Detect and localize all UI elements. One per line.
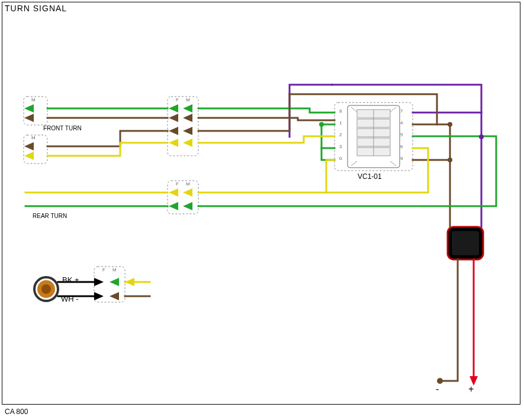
svg-marker-32 — [183, 104, 192, 113]
svg-rect-1 — [24, 135, 47, 163]
svg-marker-40 — [94, 278, 104, 286]
footer-label: CA 800 — [5, 408, 28, 416]
svg-marker-44 — [125, 278, 134, 286]
wiring-svg — [2, 2, 520, 405]
svg-rect-14 — [452, 231, 479, 255]
svg-marker-37 — [169, 202, 178, 210]
svg-marker-27 — [24, 152, 34, 160]
svg-rect-0 — [24, 97, 47, 125]
svg-marker-28 — [169, 104, 178, 113]
svg-marker-38 — [183, 188, 192, 197]
svg-marker-30 — [169, 127, 178, 135]
svg-point-20 — [437, 378, 443, 384]
svg-marker-31 — [169, 139, 178, 147]
svg-marker-43 — [110, 292, 119, 300]
svg-marker-36 — [169, 188, 178, 197]
svg-marker-39 — [183, 202, 192, 210]
svg-marker-35 — [183, 139, 192, 147]
svg-point-18 — [448, 158, 452, 162]
svg-marker-21 — [470, 376, 478, 386]
svg-marker-26 — [24, 142, 34, 150]
svg-point-17 — [41, 284, 51, 294]
svg-marker-29 — [169, 114, 178, 122]
svg-rect-3 — [168, 181, 198, 214]
svg-marker-34 — [183, 127, 192, 135]
svg-marker-33 — [183, 114, 192, 122]
svg-point-19 — [448, 122, 452, 127]
svg-point-23 — [479, 134, 484, 139]
svg-marker-24 — [24, 104, 34, 113]
svg-rect-2 — [168, 97, 198, 156]
svg-marker-25 — [24, 114, 34, 122]
svg-marker-42 — [110, 278, 119, 286]
svg-marker-41 — [94, 292, 104, 300]
